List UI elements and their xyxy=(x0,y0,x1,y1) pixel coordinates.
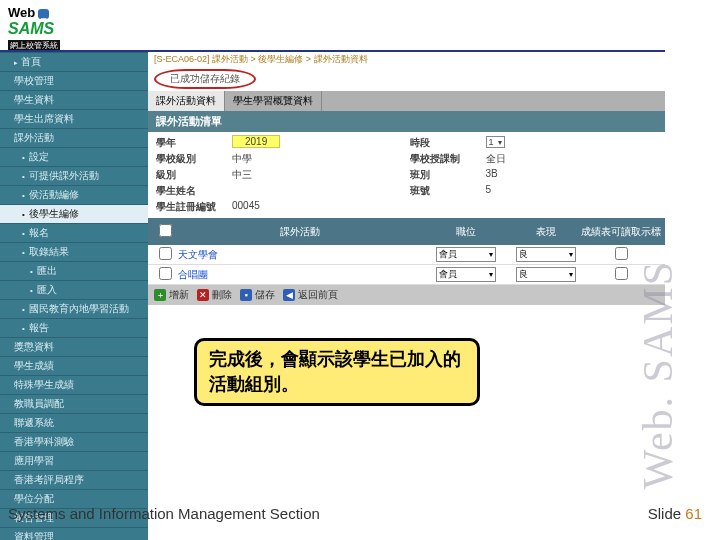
role-select[interactable]: 會員▾ xyxy=(436,247,496,262)
section-header: 課外活動清單 xyxy=(148,111,665,132)
save-icon: ▪ xyxy=(240,289,252,301)
label-name: 學生姓名 xyxy=(156,184,226,198)
col-activity: 課外活動 xyxy=(178,225,421,239)
x-icon: ✕ xyxy=(197,289,209,301)
footer-title: Systems and Information Management Secti… xyxy=(8,505,320,522)
table-row: 合唱團會員▾良▾ xyxy=(148,265,665,285)
sidebar-item-18[interactable]: 教職員調配 xyxy=(0,394,148,413)
app-logo: Web ⎯ SAMS 網上校管系統 xyxy=(8,5,123,41)
sidebar-item-7[interactable]: •侯活動編修 xyxy=(0,185,148,204)
sidebar-item-1[interactable]: 學校管理 xyxy=(0,71,148,90)
sidebar-item-11[interactable]: •匯出 xyxy=(0,261,148,280)
select-all-checkbox[interactable] xyxy=(159,224,172,237)
logo-web: Web xyxy=(8,5,35,20)
sidebar-item-10[interactable]: •取錄結果 xyxy=(0,242,148,261)
col-perf: 表現 xyxy=(511,225,581,239)
label-regno: 學生註冊編號 xyxy=(156,200,226,214)
label-period: 時段 xyxy=(410,136,480,150)
sidebar-item-6[interactable]: •可提供課外活動 xyxy=(0,166,148,185)
label-year: 學年 xyxy=(156,136,226,150)
watermark-text: Web. SAMS xyxy=(634,260,682,489)
activity-link[interactable]: 天文學會 xyxy=(178,249,218,260)
content-area: [S-ECA06-02] 課外活動 > 後學生編修 > 課外活動資料 已成功儲存… xyxy=(148,52,665,305)
value-year: 2019 xyxy=(232,136,404,150)
sidebar-item-2[interactable]: 學生資料 xyxy=(0,90,148,109)
sidebar-item-13[interactable]: •國民教育內地學習活動 xyxy=(0,299,148,318)
value-period[interactable]: 1▾ xyxy=(486,136,658,150)
value-class: 中三 xyxy=(232,168,404,182)
success-badge: 已成功儲存紀錄 xyxy=(154,69,256,89)
table-header: 課外活動 職位 表現 成績表可讀取示標 xyxy=(148,218,665,245)
sidebar-item-25[interactable]: 資料管理 xyxy=(0,527,148,540)
role-select[interactable]: 會員▾ xyxy=(436,267,496,282)
tab-1[interactable]: 學生學習概覽資料 xyxy=(225,91,322,111)
action-bar: ＋增新 ✕刪除 ▪儲存 ◀返回前頁 xyxy=(148,285,665,305)
chevron-down-icon: ▾ xyxy=(498,138,502,147)
value-schedule: 全日 xyxy=(486,152,658,166)
sidebar-item-17[interactable]: 特殊學生成績 xyxy=(0,375,148,394)
add-button[interactable]: ＋增新 xyxy=(154,288,189,302)
tab-0[interactable]: 課外活動資料 xyxy=(148,91,225,111)
sidebar-item-14[interactable]: •報告 xyxy=(0,318,148,337)
delete-button[interactable]: ✕刪除 xyxy=(197,288,232,302)
sidebar-item-16[interactable]: 學生成績 xyxy=(0,356,148,375)
sidebar-item-8[interactable]: •後學生編修 xyxy=(0,204,148,223)
label-class: 級別 xyxy=(156,168,226,182)
label-seat: 班號 xyxy=(410,184,480,198)
badge-checkbox[interactable] xyxy=(615,247,628,260)
badge-checkbox[interactable] xyxy=(615,267,628,280)
chevron-down-icon: ▾ xyxy=(569,250,573,259)
logo-sams: SAMS xyxy=(8,20,54,37)
value-regno: 00045 xyxy=(232,200,404,214)
value-seat: 5 xyxy=(486,184,658,198)
value-level: 中學 xyxy=(232,152,404,166)
plus-icon: ＋ xyxy=(154,289,166,301)
col-badge: 成績表可讀取示標 xyxy=(581,225,661,239)
sidebar: 首頁學校管理學生資料學生出席資料課外活動•設定•可提供課外活動•侯活動編修•後學… xyxy=(0,52,148,540)
chevron-down-icon: ▾ xyxy=(569,270,573,279)
back-icon: ◀ xyxy=(283,289,295,301)
activity-link[interactable]: 合唱團 xyxy=(178,269,208,280)
label-level: 學校級別 xyxy=(156,152,226,166)
footer-slide: Slide 61 xyxy=(648,505,702,522)
logo-blue: ⎯ xyxy=(38,9,49,19)
breadcrumb: [S-ECA06-02] 課外活動 > 後學生編修 > 課外活動資料 xyxy=(148,52,665,67)
sidebar-item-5[interactable]: •設定 xyxy=(0,147,148,166)
sidebar-item-20[interactable]: 香港學科測驗 xyxy=(0,432,148,451)
col-role: 職位 xyxy=(421,225,511,239)
sidebar-item-22[interactable]: 香港考評局程序 xyxy=(0,470,148,489)
callout-note: 完成後，會顯示該學生已加入的活動組別。 xyxy=(194,338,480,406)
table-row: 天文學會會員▾良▾ xyxy=(148,245,665,265)
sidebar-item-21[interactable]: 應用學習 xyxy=(0,451,148,470)
row-checkbox[interactable] xyxy=(159,247,172,260)
sidebar-item-4[interactable]: 課外活動 xyxy=(0,128,148,147)
sidebar-item-19[interactable]: 聯遞系統 xyxy=(0,413,148,432)
chevron-down-icon: ▾ xyxy=(489,250,493,259)
back-button[interactable]: ◀返回前頁 xyxy=(283,288,338,302)
tab-bar: 課外活動資料學生學習概覽資料 xyxy=(148,91,665,111)
sidebar-item-12[interactable]: •匯入 xyxy=(0,280,148,299)
value-name xyxy=(232,184,404,198)
perf-select[interactable]: 良▾ xyxy=(516,247,576,262)
label-classno: 班別 xyxy=(410,168,480,182)
save-button[interactable]: ▪儲存 xyxy=(240,288,275,302)
sidebar-item-9[interactable]: •報名 xyxy=(0,223,148,242)
chevron-down-icon: ▾ xyxy=(489,270,493,279)
label-schedule: 學校授課制 xyxy=(410,152,480,166)
perf-select[interactable]: 良▾ xyxy=(516,267,576,282)
sidebar-item-0[interactable]: 首頁 xyxy=(0,52,148,71)
info-grid: 學年 2019 時段 1▾ 學校級別 中學 學校授課制 全日 級別 中三 班別 … xyxy=(148,132,665,218)
sidebar-item-3[interactable]: 學生出席資料 xyxy=(0,109,148,128)
table-body: 天文學會會員▾良▾合唱團會員▾良▾ xyxy=(148,245,665,285)
sidebar-item-15[interactable]: 獎懲資料 xyxy=(0,337,148,356)
value-classno: 3B xyxy=(486,168,658,182)
row-checkbox[interactable] xyxy=(159,267,172,280)
